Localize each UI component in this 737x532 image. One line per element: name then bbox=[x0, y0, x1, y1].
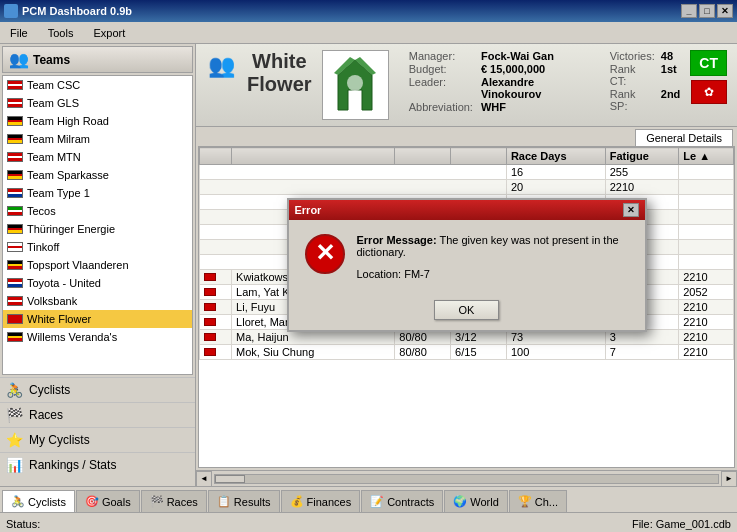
sidebar-item-white-flower[interactable]: White Flower bbox=[3, 310, 192, 328]
sidebar-item-label: Thüringer Energie bbox=[27, 223, 115, 235]
results-tab-label: Results bbox=[234, 496, 271, 508]
status-bar: Status: File: Game_001.cdb bbox=[0, 512, 737, 532]
sidebar-nav: 🚴 Cyclists 🏁 Races ⭐ My Cyclists 📊 Ranki… bbox=[0, 377, 195, 477]
cyclists-tab-icon: 🚴 bbox=[11, 495, 25, 508]
svg-text:✕: ✕ bbox=[315, 239, 335, 266]
sidebar-item-label: White Flower bbox=[27, 313, 91, 325]
finances-tab-label: Finances bbox=[307, 496, 352, 508]
sidebar-mycyclists-label: My Cyclists bbox=[29, 433, 90, 447]
content-area: 👥 White Flower Manager: bbox=[196, 44, 737, 486]
menu-tools[interactable]: Tools bbox=[42, 25, 80, 41]
sidebar-item-team-high-road[interactable]: Team High Road bbox=[3, 112, 192, 130]
sidebar-item-team-type-1[interactable]: Team Type 1 bbox=[3, 184, 192, 202]
sidebar-nav-cyclists[interactable]: 🚴 Cyclists bbox=[0, 377, 195, 402]
tab-cyclists[interactable]: 🚴 Cyclists bbox=[2, 490, 75, 512]
sidebar-item-team-milram[interactable]: Team Milram bbox=[3, 130, 192, 148]
sidebar-item-label: Team CSC bbox=[27, 79, 80, 91]
races-tab-label: Races bbox=[167, 496, 198, 508]
app-title: PCM Dashboard 0.9b bbox=[22, 5, 132, 17]
contracts-tab-label: Contracts bbox=[387, 496, 434, 508]
dialog-message-text: Error Message: The given key was not pre… bbox=[357, 234, 629, 258]
location-label: Location: bbox=[357, 268, 402, 280]
sidebar-cyclists-label: Cyclists bbox=[29, 383, 70, 397]
location-value: FM-7 bbox=[404, 268, 430, 280]
minimize-button[interactable]: _ bbox=[681, 4, 697, 18]
ch-tab-icon: 🏆 bbox=[518, 495, 532, 508]
goals-tab-icon: 🎯 bbox=[85, 495, 99, 508]
sidebar-item-team-mtn[interactable]: Team MTN bbox=[3, 148, 192, 166]
error-message-label: Error Message: bbox=[357, 234, 437, 246]
sidebar-item-willems-veranda's[interactable]: Willems Veranda's bbox=[3, 328, 192, 346]
dialog-location: Location: FM-7 bbox=[357, 268, 629, 280]
ch-tab-label: Ch... bbox=[535, 496, 558, 508]
bottom-tab-bar: 🚴 Cyclists 🎯 Goals 🏁 Races 📋 Results 💰 F… bbox=[0, 486, 737, 512]
close-button[interactable]: ✕ bbox=[717, 4, 733, 18]
sidebar-item-label: Team High Road bbox=[27, 115, 109, 127]
dialog-footer: OK bbox=[289, 294, 645, 330]
contracts-tab-icon: 📝 bbox=[370, 495, 384, 508]
races-tab-icon: 🏁 bbox=[150, 495, 164, 508]
sidebar-item-volksbank[interactable]: Volksbank bbox=[3, 292, 192, 310]
sidebar-rankings-label: Rankings / Stats bbox=[29, 458, 116, 472]
error-dialog-overlay: Error ✕ ✕ Error Message: The given key w… bbox=[196, 44, 737, 486]
sidebar-item-label: Team Type 1 bbox=[27, 187, 90, 199]
window-controls[interactable]: _ □ ✕ bbox=[681, 4, 733, 18]
menu-file[interactable]: File bbox=[4, 25, 34, 41]
sidebar-item-label: Team Milram bbox=[27, 133, 90, 145]
dialog-title-bar: Error ✕ bbox=[289, 200, 645, 220]
tab-finances[interactable]: 💰 Finances bbox=[281, 490, 361, 512]
sidebar-item-label: Team Sparkasse bbox=[27, 169, 109, 181]
sidebar-item-label: Topsport Vlaanderen bbox=[27, 259, 129, 271]
tab-world[interactable]: 🌍 World bbox=[444, 490, 508, 512]
main-layout: 👥 Teams Team CSCTeam GLSTeam High RoadTe… bbox=[0, 44, 737, 486]
sidebar-item-toyota---united[interactable]: Toyota - United bbox=[3, 274, 192, 292]
menu-export[interactable]: Export bbox=[87, 25, 131, 41]
sidebar-item-tinkoff[interactable]: Tinkoff bbox=[3, 238, 192, 256]
sidebar-item-team-sparkasse[interactable]: Team Sparkasse bbox=[3, 166, 192, 184]
world-tab-icon: 🌍 bbox=[453, 495, 467, 508]
sidebar-item-label: Team GLS bbox=[27, 97, 79, 109]
title-bar: PCM Dashboard 0.9b _ □ ✕ bbox=[0, 0, 737, 22]
tab-goals[interactable]: 🎯 Goals bbox=[76, 490, 140, 512]
dialog-title: Error bbox=[295, 204, 322, 216]
title-bar-left: PCM Dashboard 0.9b bbox=[4, 4, 132, 18]
status-label: Status: bbox=[6, 518, 40, 530]
sidebar-teams-header: 👥 Teams bbox=[2, 46, 193, 73]
error-icon: ✕ bbox=[305, 234, 345, 274]
dialog-message-container: Error Message: The given key was not pre… bbox=[357, 234, 629, 280]
sidebar-header-label: Teams bbox=[33, 53, 70, 67]
sidebar-section: 👥 Teams Team CSCTeam GLSTeam High RoadTe… bbox=[0, 44, 195, 377]
sidebar-item-tecos[interactable]: Tecos bbox=[3, 202, 192, 220]
dialog-close-button[interactable]: ✕ bbox=[623, 203, 639, 217]
sidebar-races-label: Races bbox=[29, 408, 63, 422]
sidebar-item-label: Willems Veranda's bbox=[27, 331, 117, 343]
status-file: File: Game_001.cdb bbox=[632, 518, 731, 530]
sidebar-item-topsport-vlaanderen[interactable]: Topsport Vlaanderen bbox=[3, 256, 192, 274]
app-icon bbox=[4, 4, 18, 18]
error-dialog: Error ✕ ✕ Error Message: The given key w… bbox=[287, 198, 647, 332]
world-tab-label: World bbox=[470, 496, 499, 508]
sidebar-nav-rankings[interactable]: 📊 Rankings / Stats bbox=[0, 452, 195, 477]
sidebar-teams-list[interactable]: Team CSCTeam GLSTeam High RoadTeam Milra… bbox=[2, 75, 193, 375]
sidebar-item-label: Volksbank bbox=[27, 295, 77, 307]
sidebar-nav-mycyclists[interactable]: ⭐ My Cyclists bbox=[0, 427, 195, 452]
dialog-body: ✕ Error Message: The given key was not p… bbox=[289, 220, 645, 294]
tab-ch[interactable]: 🏆 Ch... bbox=[509, 490, 567, 512]
sidebar: 👥 Teams Team CSCTeam GLSTeam High RoadTe… bbox=[0, 44, 196, 486]
tab-results[interactable]: 📋 Results bbox=[208, 490, 280, 512]
sidebar-item-label: Tinkoff bbox=[27, 241, 59, 253]
ok-button[interactable]: OK bbox=[434, 300, 500, 320]
cyclists-tab-label: Cyclists bbox=[28, 496, 66, 508]
sidebar-item-team-gls[interactable]: Team GLS bbox=[3, 94, 192, 112]
sidebar-item-label: Toyota - United bbox=[27, 277, 101, 289]
tab-contracts[interactable]: 📝 Contracts bbox=[361, 490, 443, 512]
tab-races[interactable]: 🏁 Races bbox=[141, 490, 207, 512]
menu-bar: File Tools Export bbox=[0, 22, 737, 44]
maximize-button[interactable]: □ bbox=[699, 4, 715, 18]
sidebar-item-thüringer-energie[interactable]: Thüringer Energie bbox=[3, 220, 192, 238]
sidebar-item-team-csc[interactable]: Team CSC bbox=[3, 76, 192, 94]
results-tab-icon: 📋 bbox=[217, 495, 231, 508]
goals-tab-label: Goals bbox=[102, 496, 131, 508]
finances-tab-icon: 💰 bbox=[290, 495, 304, 508]
sidebar-nav-races[interactable]: 🏁 Races bbox=[0, 402, 195, 427]
